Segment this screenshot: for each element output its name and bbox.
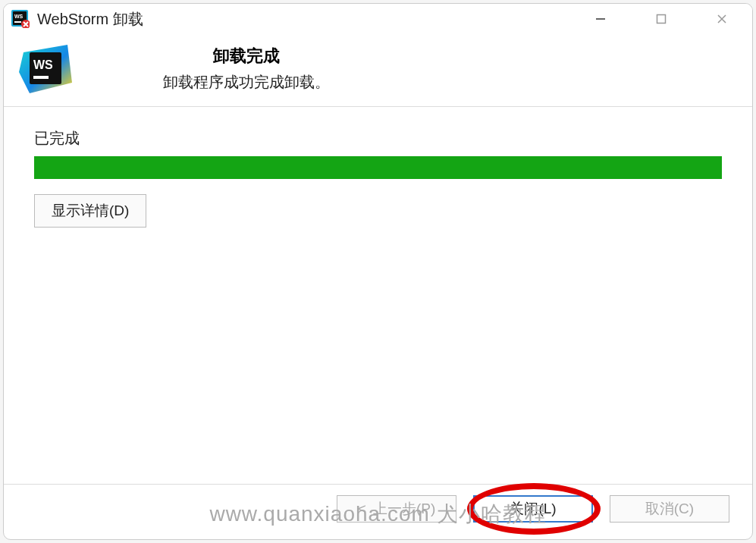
minimize-button[interactable]	[570, 4, 631, 34]
header-panel: WS 卸载完成 卸载程序成功完成卸载。	[4, 34, 752, 107]
footer: < 上一步(P) 关闭(L) 取消(C)	[4, 484, 752, 539]
chevron-left-icon: <	[358, 501, 366, 516]
svg-rect-10	[33, 76, 49, 79]
show-details-button[interactable]: 显示详情(D)	[34, 194, 146, 228]
header-heading: 卸载完成	[163, 45, 330, 67]
svg-rect-6	[657, 15, 666, 24]
app-icon: WS	[11, 10, 30, 28]
window: WS WebStorm 卸载	[3, 3, 753, 540]
svg-rect-3	[14, 21, 21, 23]
product-icon: WS	[19, 42, 72, 95]
window-title: WebStorm 卸载	[37, 9, 570, 30]
progress-bar	[34, 156, 722, 179]
close-window-button[interactable]	[692, 4, 752, 34]
back-button: < 上一步(P)	[337, 495, 456, 523]
maximize-button[interactable]	[631, 4, 692, 34]
body: 已完成 显示详情(D)	[4, 107, 752, 484]
status-label: 已完成	[34, 128, 722, 149]
window-controls	[570, 4, 752, 34]
svg-text:WS: WS	[33, 58, 53, 71]
titlebar: WS WebStorm 卸载	[4, 4, 752, 34]
svg-text:WS: WS	[14, 14, 24, 19]
close-button[interactable]: 关闭(L)	[473, 495, 593, 523]
cancel-button: 取消(C)	[610, 495, 729, 523]
header-subheading: 卸载程序成功完成卸载。	[163, 72, 330, 93]
